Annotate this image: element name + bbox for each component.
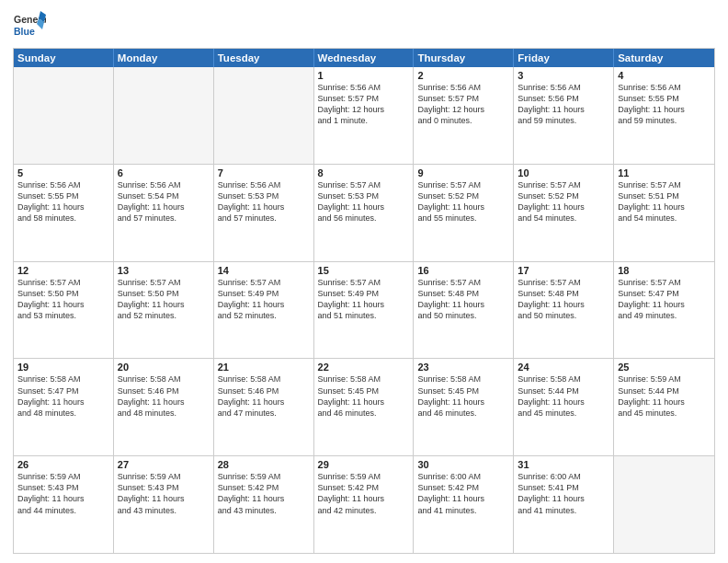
cell-info-line: and 52 minutes. bbox=[118, 310, 210, 321]
calendar-cell bbox=[614, 456, 714, 553]
cell-info-line: Daylight: 11 hours bbox=[518, 493, 609, 504]
cell-info-line: Sunset: 5:52 PM bbox=[417, 190, 509, 201]
cell-info-line: Sunset: 5:57 PM bbox=[318, 93, 410, 104]
cell-info-line: Sunrise: 5:58 AM bbox=[417, 373, 509, 385]
calendar-cell: 11Sunrise: 5:57 AMSunset: 5:51 PMDayligh… bbox=[614, 165, 714, 261]
cell-info-line: Sunrise: 5:57 AM bbox=[118, 277, 210, 288]
day-number: 10 bbox=[518, 167, 609, 178]
header: General Blue bbox=[13, 9, 715, 42]
day-header-friday: Friday bbox=[514, 49, 614, 67]
day-number: 28 bbox=[218, 459, 310, 470]
day-number: 31 bbox=[518, 459, 609, 470]
calendar-cell: 15Sunrise: 5:57 AMSunset: 5:49 PMDayligh… bbox=[314, 262, 415, 359]
calendar-cell: 24Sunrise: 5:58 AMSunset: 5:44 PMDayligh… bbox=[514, 359, 614, 455]
day-number: 14 bbox=[218, 265, 310, 276]
cell-info-line: Sunrise: 6:00 AM bbox=[417, 471, 509, 482]
cell-info-line: and 54 minutes. bbox=[618, 213, 711, 224]
cell-info-line: and 47 minutes. bbox=[218, 408, 310, 419]
cell-info-line: Daylight: 11 hours bbox=[17, 396, 109, 408]
day-number: 7 bbox=[218, 167, 310, 178]
cell-info-line: Sunrise: 5:57 AM bbox=[417, 277, 509, 288]
cell-info-line: Sunset: 5:43 PM bbox=[118, 482, 210, 493]
cell-info-line: Sunset: 5:48 PM bbox=[417, 288, 509, 299]
cell-info-line: Sunset: 5:57 PM bbox=[417, 93, 509, 104]
calendar-cell: 5Sunrise: 5:56 AMSunset: 5:55 PMDaylight… bbox=[14, 165, 114, 261]
calendar-cell: 23Sunrise: 5:58 AMSunset: 5:45 PMDayligh… bbox=[414, 359, 514, 455]
cell-info-line: Sunrise: 5:57 AM bbox=[518, 179, 609, 190]
calendar-cell: 7Sunrise: 5:56 AMSunset: 5:53 PMDaylight… bbox=[214, 165, 314, 261]
calendar-cell: 19Sunrise: 5:58 AMSunset: 5:47 PMDayligh… bbox=[14, 359, 114, 455]
cell-info-line: Sunrise: 5:59 AM bbox=[17, 471, 109, 482]
calendar-cell: 13Sunrise: 5:57 AMSunset: 5:50 PMDayligh… bbox=[114, 262, 214, 359]
cell-info-line: Sunrise: 5:57 AM bbox=[518, 277, 609, 288]
calendar-cell: 1Sunrise: 5:56 AMSunset: 5:57 PMDaylight… bbox=[314, 67, 415, 164]
calendar-cell: 14Sunrise: 5:57 AMSunset: 5:49 PMDayligh… bbox=[214, 262, 314, 359]
day-header-monday: Monday bbox=[114, 49, 214, 67]
calendar-body: 1Sunrise: 5:56 AMSunset: 5:57 PMDaylight… bbox=[14, 67, 714, 553]
day-number: 1 bbox=[318, 70, 410, 81]
day-number: 6 bbox=[118, 167, 210, 178]
cell-info-line: Sunset: 5:53 PM bbox=[318, 190, 410, 201]
day-number: 25 bbox=[618, 362, 711, 373]
calendar-cell: 2Sunrise: 5:56 AMSunset: 5:57 PMDaylight… bbox=[414, 67, 514, 164]
cell-info-line: and 48 minutes. bbox=[118, 408, 210, 419]
day-number: 26 bbox=[17, 459, 109, 470]
day-header-saturday: Saturday bbox=[614, 49, 714, 67]
calendar-cell: 16Sunrise: 5:57 AMSunset: 5:48 PMDayligh… bbox=[414, 262, 514, 359]
calendar-cell: 25Sunrise: 5:59 AMSunset: 5:44 PMDayligh… bbox=[614, 359, 714, 455]
day-number: 9 bbox=[417, 167, 509, 178]
cell-info-line: and 56 minutes. bbox=[318, 213, 410, 224]
cell-info-line: Sunset: 5:52 PM bbox=[518, 190, 609, 201]
day-number: 30 bbox=[417, 459, 509, 470]
cell-info-line: Sunrise: 5:59 AM bbox=[318, 471, 410, 482]
cell-info-line: Daylight: 11 hours bbox=[118, 299, 210, 310]
day-number: 29 bbox=[318, 459, 410, 470]
cell-info-line: Sunrise: 5:57 AM bbox=[618, 179, 711, 190]
calendar-row: 19Sunrise: 5:58 AMSunset: 5:47 PMDayligh… bbox=[14, 358, 714, 455]
cell-info-line: Sunset: 5:51 PM bbox=[618, 190, 711, 201]
calendar-header: SundayMondayTuesdayWednesdayThursdayFrid… bbox=[14, 49, 714, 67]
day-number: 13 bbox=[118, 265, 210, 276]
cell-info-line: Sunrise: 5:59 AM bbox=[618, 373, 711, 385]
cell-info-line: Sunset: 5:50 PM bbox=[118, 288, 210, 299]
calendar-row: 26Sunrise: 5:59 AMSunset: 5:43 PMDayligh… bbox=[14, 455, 714, 553]
cell-info-line: and 46 minutes. bbox=[417, 408, 509, 419]
cell-info-line: and 44 minutes. bbox=[17, 505, 109, 516]
svg-text:Blue: Blue bbox=[14, 26, 35, 37]
cell-info-line: Sunrise: 5:56 AM bbox=[118, 179, 210, 190]
calendar-cell: 27Sunrise: 5:59 AMSunset: 5:43 PMDayligh… bbox=[114, 456, 214, 553]
cell-info-line: Sunrise: 6:00 AM bbox=[518, 471, 609, 482]
day-number: 3 bbox=[518, 70, 609, 81]
cell-info-line: Sunset: 5:43 PM bbox=[17, 482, 109, 493]
day-number: 21 bbox=[218, 362, 310, 373]
cell-info-line: Sunrise: 5:58 AM bbox=[518, 373, 609, 385]
cell-info-line: Sunrise: 5:57 AM bbox=[17, 277, 109, 288]
cell-info-line: and 49 minutes. bbox=[618, 310, 711, 321]
day-number: 15 bbox=[318, 265, 410, 276]
calendar-cell: 9Sunrise: 5:57 AMSunset: 5:52 PMDaylight… bbox=[414, 165, 514, 261]
cell-info-line: and 41 minutes. bbox=[417, 505, 509, 516]
cell-info-line: and 57 minutes. bbox=[218, 213, 310, 224]
cell-info-line: Sunset: 5:49 PM bbox=[218, 288, 310, 299]
cell-info-line: Daylight: 11 hours bbox=[417, 299, 509, 310]
cell-info-line: Sunset: 5:42 PM bbox=[417, 482, 509, 493]
day-number: 17 bbox=[518, 265, 609, 276]
cell-info-line: and 45 minutes. bbox=[518, 408, 609, 419]
calendar-cell: 4Sunrise: 5:56 AMSunset: 5:55 PMDaylight… bbox=[614, 67, 714, 164]
cell-info-line: and 58 minutes. bbox=[17, 213, 109, 224]
cell-info-line: Sunset: 5:50 PM bbox=[17, 288, 109, 299]
cell-info-line: Sunset: 5:46 PM bbox=[118, 385, 210, 396]
calendar-cell bbox=[114, 67, 214, 164]
cell-info-line: Sunset: 5:47 PM bbox=[618, 288, 711, 299]
cell-info-line: Sunset: 5:44 PM bbox=[518, 385, 609, 396]
day-header-wednesday: Wednesday bbox=[314, 49, 415, 67]
cell-info-line: Daylight: 11 hours bbox=[17, 299, 109, 310]
day-number: 23 bbox=[417, 362, 509, 373]
cell-info-line: Sunrise: 5:57 AM bbox=[218, 277, 310, 288]
cell-info-line: Sunset: 5:55 PM bbox=[17, 190, 109, 201]
day-number: 16 bbox=[417, 265, 509, 276]
calendar-cell: 12Sunrise: 5:57 AMSunset: 5:50 PMDayligh… bbox=[14, 262, 114, 359]
cell-info-line: Sunrise: 5:56 AM bbox=[318, 82, 410, 93]
cell-info-line: Daylight: 11 hours bbox=[417, 493, 509, 504]
calendar-cell: 31Sunrise: 6:00 AMSunset: 5:41 PMDayligh… bbox=[514, 456, 614, 553]
